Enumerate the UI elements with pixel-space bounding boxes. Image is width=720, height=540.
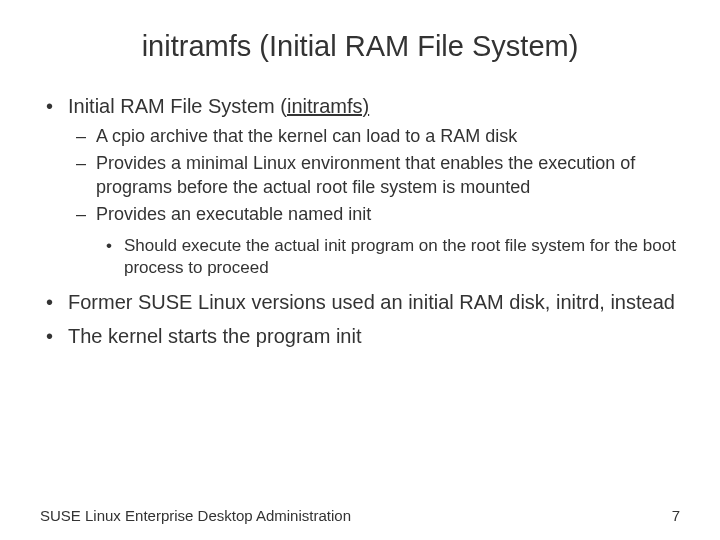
page-number: 7 bbox=[672, 507, 680, 524]
bullet-text: Should execute the actual init program o… bbox=[124, 236, 676, 277]
bullet-text: Provides a minimal Linux environment tha… bbox=[96, 153, 635, 196]
bullet-text: Former SUSE Linux versions used an initi… bbox=[68, 291, 675, 313]
bullet-text: Provides an executable named init bbox=[96, 204, 371, 224]
bullet-list-lvl1: Initial RAM File System (initramfs) A cp… bbox=[40, 93, 680, 349]
slide-title: initramfs (Initial RAM File System) bbox=[40, 30, 680, 63]
bullet-item: Should execute the actual init program o… bbox=[96, 235, 680, 279]
bullet-text: A cpio archive that the kernel can load … bbox=[96, 126, 517, 146]
bullet-item: Provides a minimal Linux environment tha… bbox=[68, 152, 680, 199]
slide-content: Initial RAM File System (initramfs) A cp… bbox=[40, 93, 680, 349]
bullet-item: Initial RAM File System (initramfs) A cp… bbox=[40, 93, 680, 279]
bullet-item: A cpio archive that the kernel can load … bbox=[68, 125, 680, 148]
bullet-item: Provides an executable named init Should… bbox=[68, 203, 680, 279]
bullet-text: The kernel starts the program init bbox=[68, 325, 361, 347]
slide: initramfs (Initial RAM File System) Init… bbox=[0, 0, 720, 540]
bullet-list-lvl2: A cpio archive that the kernel can load … bbox=[68, 125, 680, 279]
bullet-item: Former SUSE Linux versions used an initi… bbox=[40, 289, 680, 315]
bullet-list-lvl3: Should execute the actual init program o… bbox=[96, 235, 680, 279]
bullet-text-pre: Initial RAM File System ( bbox=[68, 95, 287, 117]
bullet-text-underline: initramfs) bbox=[287, 95, 369, 117]
bullet-item: The kernel starts the program init bbox=[40, 323, 680, 349]
slide-footer: SUSE Linux Enterprise Desktop Administra… bbox=[40, 507, 680, 524]
footer-left: SUSE Linux Enterprise Desktop Administra… bbox=[40, 507, 351, 524]
